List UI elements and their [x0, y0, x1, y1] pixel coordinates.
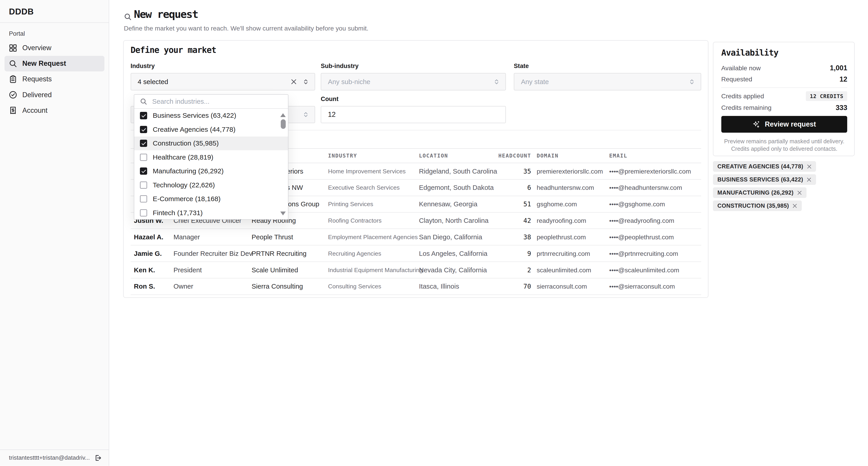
- checkbox-checked-icon[interactable]: [140, 167, 147, 175]
- review-request-button[interactable]: Review request: [721, 116, 847, 133]
- cell-headcount: 42: [443, 217, 531, 224]
- cell-headcount: 6: [443, 184, 531, 191]
- industry-option[interactable]: Construction (35,985): [134, 136, 288, 150]
- remove-tag-icon[interactable]: [792, 204, 797, 208]
- app-root: DDDB Portal OverviewNew RequestRequestsD…: [0, 0, 868, 466]
- sidebar-item-requests[interactable]: Requests: [4, 71, 104, 87]
- sidebar-item-label: Delivered: [22, 91, 52, 99]
- industry-tag-label: BUSINESS SERVICES (63,422): [717, 176, 803, 183]
- table-row[interactable]: Ken K.PresidentScale UnlimitedIndustrial…: [131, 262, 702, 278]
- cell-name: Jamie G.: [134, 250, 162, 257]
- cell-headcount: 70: [443, 283, 531, 290]
- industry-select[interactable]: 4 selected: [131, 73, 315, 90]
- checkbox-unchecked-icon[interactable]: [140, 209, 147, 217]
- review-request-label: Review request: [765, 120, 816, 128]
- sidebar-nav: OverviewNew RequestRequestsDeliveredAcco…: [0, 40, 109, 118]
- remove-tag-icon[interactable]: [807, 164, 812, 169]
- cell-domain: peoplethrust.com: [537, 233, 586, 241]
- table-row[interactable]: Jamie G.Founder Recruiter Biz DevPRTNR R…: [131, 245, 702, 262]
- cell-industry: Employment Placement Agencies: [328, 234, 418, 241]
- industry-option[interactable]: Technology (22,626): [134, 178, 288, 192]
- scrollbar-up-icon[interactable]: [280, 113, 286, 117]
- availability-note: Preview remains partially masked until d…: [721, 137, 847, 153]
- stat-value: 333: [836, 104, 847, 112]
- sidebar-item-overview[interactable]: Overview: [4, 40, 104, 56]
- cell-name: Ken K.: [134, 266, 155, 274]
- grid-icon: [9, 44, 17, 52]
- sidebar-item-account[interactable]: Account: [4, 103, 104, 118]
- cell-industry: Consulting Services: [328, 283, 381, 290]
- state-select[interactable]: Any state: [514, 73, 701, 90]
- industry-option-label: Technology (22,626): [153, 181, 215, 189]
- table-row[interactable]: Hazael A.ManagerPeople ThrustEmployment …: [131, 229, 702, 245]
- industry-search-input[interactable]: [151, 97, 282, 106]
- checkbox-checked-icon[interactable]: [140, 112, 147, 119]
- sidebar: DDDB Portal OverviewNew RequestRequestsD…: [0, 0, 109, 466]
- cell-name: Hazael A.: [134, 233, 163, 241]
- cell-industry: Industrial Equipment Manufacturing: [328, 267, 423, 274]
- table-row[interactable]: Ron S.OwnerSierra ConsultingConsulting S…: [131, 278, 702, 295]
- scrollbar-down-icon[interactable]: [280, 212, 286, 215]
- cell-headcount: 9: [443, 250, 531, 257]
- cell-email: ••••@readyroofing.com: [609, 217, 674, 224]
- selected-industry-tags: CREATIVE AGENCIES (44,778)BUSINESS SERVI…: [713, 161, 816, 211]
- industry-option[interactable]: Healthcare (28,819): [134, 150, 288, 164]
- page-title-search-icon: [124, 13, 132, 21]
- checkbox-unchecked-icon[interactable]: [140, 195, 147, 203]
- clear-selection-icon[interactable]: [291, 79, 297, 85]
- chevron-updown-icon: [303, 111, 309, 118]
- cell-title: Founder Recruiter Biz Dev: [174, 250, 252, 257]
- sidebar-item-delivered[interactable]: Delivered: [4, 87, 104, 103]
- sidebar-item-label: New Request: [22, 59, 66, 68]
- checkbox-unchecked-icon[interactable]: [140, 182, 147, 189]
- cell-domain: readyroofing.com: [537, 217, 586, 224]
- stat-row: Requested 12: [721, 75, 847, 83]
- cell-industry: Roofing Contractors: [328, 217, 381, 224]
- remove-tag-icon[interactable]: [807, 177, 811, 182]
- app-logo: DDDB: [9, 7, 34, 17]
- sidebar-divider: [0, 22, 109, 23]
- scrollbar-thumb[interactable]: [281, 119, 286, 129]
- industry-option[interactable]: Fintech (17,731): [134, 206, 288, 220]
- cell-email: ••••@sierraconsult.com: [609, 283, 675, 290]
- availability-divider: [721, 88, 847, 88]
- sidebar-footer: tristantestttt+tristan@datadriv...: [0, 449, 109, 466]
- cell-headcount: 2: [443, 266, 531, 274]
- cell-domain: prtnrrecruiting.com: [537, 250, 590, 257]
- state-placeholder: Any state: [514, 78, 549, 86]
- count-input[interactable]: [321, 106, 506, 123]
- cell-email: ••••@headhuntersnw.com: [609, 184, 682, 191]
- cell-title: Owner: [174, 282, 193, 290]
- remove-tag-icon[interactable]: [797, 190, 802, 195]
- industry-tag: BUSINESS SERVICES (63,422): [713, 174, 816, 185]
- industry-option[interactable]: Business Services (63,422): [134, 109, 288, 123]
- sub-industry-select[interactable]: Any sub-niche: [321, 73, 506, 90]
- industry-option[interactable]: Manufacturing (26,292): [134, 164, 288, 178]
- cell-headcount: 51: [443, 200, 531, 208]
- search-icon: [140, 98, 147, 105]
- cell-headcount: 35: [443, 167, 531, 175]
- logout-icon[interactable]: [94, 454, 102, 462]
- cell-company: Scale Unlimited: [252, 266, 298, 274]
- sidebar-item-label: Requests: [22, 75, 52, 83]
- checkbox-checked-icon[interactable]: [140, 126, 147, 133]
- sidebar-item-new-request[interactable]: New Request: [4, 56, 104, 71]
- dropdown-option-list: Business Services (63,422)Creative Agenc…: [134, 109, 288, 220]
- checkbox-checked-icon[interactable]: [140, 139, 147, 147]
- industry-option[interactable]: Creative Agencies (44,778): [134, 123, 288, 136]
- checkbox-unchecked-icon[interactable]: [140, 154, 147, 161]
- cell-title: President: [174, 266, 202, 274]
- stat-value: 12: [839, 75, 847, 83]
- sparkles-icon: [752, 120, 761, 128]
- receipt-icon: [9, 106, 17, 115]
- chevron-updown-icon: [303, 78, 309, 86]
- sidebar-section-label: Portal: [9, 30, 25, 37]
- user-email: tristantestttt+tristan@datadriv...: [9, 455, 90, 461]
- industry-option[interactable]: E-Commerce (18,168): [134, 192, 288, 206]
- dropdown-search-row: [134, 95, 288, 109]
- market-card-title: Define your market: [131, 45, 216, 55]
- industry-tag: CREATIVE AGENCIES (44,778): [713, 161, 816, 172]
- credits-badge: 12 CREDITS: [806, 91, 847, 101]
- cell-email: ••••@gsghome.com: [609, 200, 665, 208]
- availability-title: Availability: [721, 48, 778, 58]
